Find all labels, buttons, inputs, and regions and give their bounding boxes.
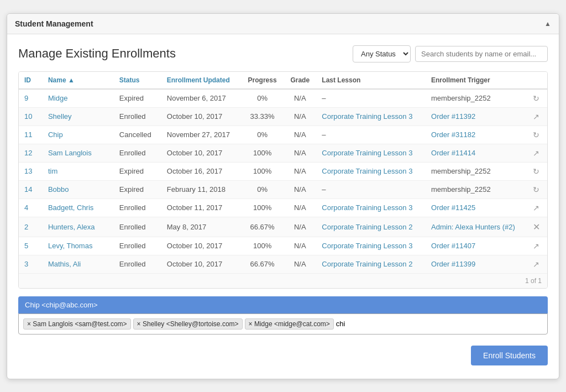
- external-icon[interactable]: ↗: [533, 112, 539, 121]
- cell-action[interactable]: ↗: [527, 198, 547, 217]
- tag-input-container[interactable]: × Sam Langlois <sam@test.com> × Shelley …: [18, 313, 548, 334]
- refresh-icon[interactable]: ↻: [533, 94, 539, 103]
- trigger-link[interactable]: Order #11392: [431, 112, 475, 121]
- cell-name: Mathis, Ali: [43, 255, 114, 273]
- cell-name: Hunters, Alexa: [43, 217, 114, 237]
- cell-trigger: membership_2252: [426, 89, 527, 108]
- table-row: 9 Midge Expired November 6, 2017 0% N/A …: [19, 89, 547, 108]
- student-name-link[interactable]: Mathis, Ali: [48, 260, 81, 268]
- cell-grade: N/A: [284, 255, 316, 273]
- cell-action[interactable]: ↻: [527, 89, 547, 108]
- cell-id: 13: [19, 162, 43, 180]
- cell-action[interactable]: ✕: [527, 217, 547, 237]
- table-row: 2 Hunters, Alexa Enrolled May 8, 2017 66…: [19, 217, 547, 237]
- student-name-link[interactable]: Sam Langlois: [48, 149, 92, 157]
- cell-id: 12: [19, 144, 43, 162]
- table-row: 4 Badgett, Chris Enrolled October 11, 20…: [19, 198, 547, 217]
- cell-enrollment-updated: October 10, 2017: [161, 107, 241, 126]
- student-name-link[interactable]: Chip: [48, 130, 63, 139]
- enroll-students-button[interactable]: Enroll Students: [471, 346, 548, 365]
- table-header-row: ID Name ▲ Status Enrollment Updated Prog…: [19, 72, 547, 89]
- cell-progress: 0%: [241, 126, 284, 144]
- cell-last-lesson: Corporate Training Lesson 3: [316, 198, 426, 217]
- student-name-link[interactable]: Midge: [48, 94, 67, 102]
- student-id-link[interactable]: 4: [24, 203, 28, 212]
- table-row: 3 Mathis, Ali Enrolled October 10, 2017 …: [19, 255, 547, 273]
- collapse-icon[interactable]: ▲: [544, 20, 551, 28]
- cell-trigger: Order #11392: [426, 107, 527, 126]
- cell-action[interactable]: ↗: [527, 255, 547, 273]
- student-id-link[interactable]: 11: [24, 130, 32, 139]
- last-lesson-link[interactable]: Corporate Training Lesson 3: [322, 167, 412, 175]
- last-lesson-link[interactable]: Corporate Training Lesson 3: [322, 112, 412, 121]
- trigger-text: membership_2252: [431, 94, 491, 102]
- search-input[interactable]: [415, 46, 548, 62]
- external-icon[interactable]: ↗: [533, 203, 539, 212]
- cell-last-lesson: –: [316, 126, 426, 144]
- student-name-link[interactable]: Levy, Thomas: [48, 242, 92, 250]
- cell-action[interactable]: ↻: [527, 162, 547, 180]
- student-name-link[interactable]: Bobbo: [48, 185, 69, 194]
- cell-action[interactable]: ↻: [527, 180, 547, 198]
- student-name-link[interactable]: Shelley: [48, 112, 72, 121]
- cell-action[interactable]: ↗: [527, 144, 547, 162]
- last-lesson-link[interactable]: Corporate Training Lesson 3: [322, 149, 412, 157]
- col-header-name[interactable]: Name ▲: [43, 72, 114, 89]
- student-id-link[interactable]: 9: [24, 94, 28, 102]
- cell-action[interactable]: ↗: [527, 237, 547, 255]
- main-content: Manage Existing Enrollments Any Status E…: [7, 34, 559, 379]
- trigger-link[interactable]: Order #31182: [431, 130, 475, 139]
- refresh-icon[interactable]: ↻: [533, 167, 539, 176]
- external-icon[interactable]: ↗: [533, 242, 539, 250]
- cell-status: Expired: [114, 162, 161, 180]
- cell-grade: N/A: [284, 107, 316, 126]
- refresh-icon[interactable]: ↻: [533, 130, 539, 139]
- trigger-link[interactable]: Admin: Alexa Hunters (#2): [431, 223, 515, 231]
- student-id-link[interactable]: 5: [24, 242, 28, 250]
- student-id-link[interactable]: 13: [24, 167, 32, 175]
- trigger-link[interactable]: Order #11425: [431, 203, 475, 212]
- student-id-link[interactable]: 3: [24, 260, 28, 268]
- last-lesson-link[interactable]: Corporate Training Lesson 3: [322, 203, 412, 212]
- cell-enrollment-updated: February 11, 2018: [161, 180, 241, 198]
- student-name-link[interactable]: Badgett, Chris: [48, 203, 93, 212]
- trigger-link[interactable]: Order #11407: [431, 242, 475, 250]
- last-lesson-link[interactable]: Corporate Training Lesson 3: [322, 242, 412, 250]
- student-id-link[interactable]: 12: [24, 149, 32, 157]
- cell-name: Chip: [43, 126, 114, 144]
- cell-name: Shelley: [43, 107, 114, 126]
- cell-status: Enrolled: [114, 237, 161, 255]
- footer-row: Enroll Students: [18, 340, 548, 373]
- cell-last-lesson: Corporate Training Lesson 3: [316, 144, 426, 162]
- cell-name: Midge: [43, 89, 114, 108]
- cell-id: 4: [19, 198, 43, 217]
- external-icon[interactable]: ↗: [533, 149, 539, 158]
- autocomplete-dropdown-item[interactable]: Chip <chip@abc.com>: [18, 296, 548, 313]
- cell-id: 10: [19, 107, 43, 126]
- student-name-link[interactable]: tim: [48, 167, 57, 175]
- table-row: 13 tim Expired October 16, 2017 100% N/A…: [19, 162, 547, 180]
- tag-label: × Shelley <Shelley@tortoise.com>: [137, 320, 239, 328]
- cell-trigger: membership_2252: [426, 162, 527, 180]
- student-id-link[interactable]: 14: [24, 185, 32, 194]
- last-lesson-link[interactable]: Corporate Training Lesson 2: [322, 260, 412, 268]
- last-lesson-link[interactable]: Corporate Training Lesson 2: [322, 223, 412, 231]
- student-id-link[interactable]: 2: [24, 223, 28, 231]
- cell-id: 2: [19, 217, 43, 237]
- trigger-link[interactable]: Order #11414: [431, 149, 475, 157]
- status-select[interactable]: Any Status Enrolled Expired Cancelled: [353, 45, 411, 62]
- student-name-link[interactable]: Hunters, Alexa: [48, 223, 95, 231]
- cell-status: Enrolled: [114, 198, 161, 217]
- close-icon[interactable]: ✕: [533, 222, 540, 232]
- cell-progress: 33.33%: [241, 107, 284, 126]
- cell-action[interactable]: ↗: [527, 107, 547, 126]
- student-id-link[interactable]: 10: [24, 112, 32, 121]
- cell-trigger: Order #31182: [426, 126, 527, 144]
- refresh-icon[interactable]: ↻: [533, 185, 539, 194]
- col-header-progress: Progress: [241, 72, 284, 89]
- external-icon[interactable]: ↗: [533, 260, 539, 269]
- cell-progress: 100%: [241, 198, 284, 217]
- cell-action[interactable]: ↻: [527, 126, 547, 144]
- student-search-tag-input[interactable]: [336, 320, 429, 328]
- trigger-link[interactable]: Order #11399: [431, 260, 475, 268]
